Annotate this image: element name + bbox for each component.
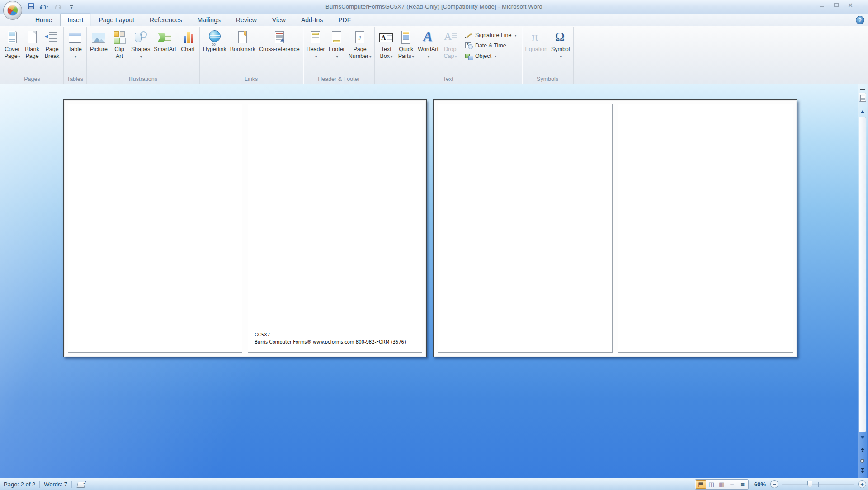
split-handle[interactable] [860,89,865,90]
close-button[interactable]: × [846,2,854,8]
dropdown-arrow-icon: ▾ [428,55,429,59]
scrollbar-thumb[interactable] [859,117,866,432]
page-indicator[interactable]: Page: 2 of 2 [4,481,35,488]
dropdown-arrow-icon: ▾ [336,55,338,59]
ribbon-button-blank-page[interactable]: BlankPage [22,28,42,61]
ribbon-button-label: Picture [90,46,108,53]
card-footer-text: GC5X7 Burris Computer Forms® www.pcforms… [255,331,406,346]
ribbon-group-pages: CoverPage▾BlankPagePageBreakPages [1,27,64,84]
help-button[interactable]: ? [856,16,864,24]
tab-view[interactable]: View [265,14,293,26]
ribbon-button-label: Bookmark [230,46,255,53]
ribbon-button-picture[interactable]: Picture [88,28,109,54]
clip-art-icon [111,30,127,45]
undo-button[interactable]: ▾ [40,2,49,10]
vertical-scrollbar[interactable] [858,84,867,478]
ribbon-group-label: Text [375,76,521,82]
ribbon-button-object[interactable]: Object▾ [465,52,517,60]
wordart-icon [420,30,436,45]
minimize-button[interactable] [817,2,826,8]
document-page-panel-2[interactable]: GC5X7 Burris Computer Forms® www.pcforms… [248,104,422,353]
ribbon-group-tables: Table▾Tables [64,27,87,84]
restore-button[interactable] [832,2,840,8]
ribbon-button-label: CoverPage▾ [4,46,20,60]
zoom-in-button[interactable]: + [858,480,866,488]
ruler-toggle-button[interactable] [859,93,866,102]
ribbon-button-signature-line[interactable]: Signature Line▾ [465,32,517,39]
redo-icon [55,5,61,9]
zoom-slider-thumb[interactable] [807,481,812,488]
zoom-level[interactable]: 60% [754,481,766,488]
signature-line-icon [465,32,473,39]
ribbon-button-table[interactable]: Table▾ [65,28,85,61]
ribbon-button-cover-page[interactable]: CoverPage▾ [2,28,22,61]
previous-page-button[interactable] [859,446,866,454]
table-icon [67,30,83,45]
tab-page-layout[interactable]: Page Layout [91,14,142,26]
view-button-web-layout[interactable] [717,480,727,489]
ribbon-button-date-time[interactable]: Date & Time [465,42,517,49]
tab-mailings[interactable]: Mailings [190,14,228,26]
object-icon [465,52,473,60]
ribbon-button-shapes[interactable]: Shapes▾ [129,28,152,61]
bookmark-icon [235,30,251,45]
tab-pdf[interactable]: PDF [331,14,358,26]
ribbon-button-text-box[interactable]: TextBox▾ [376,28,396,61]
dropdown-arrow-icon: ▾ [315,55,317,59]
browse-object-icon [860,459,864,463]
document-page-panel-4[interactable] [618,104,793,353]
ribbon-button-page-break[interactable]: PageBreak [42,28,62,61]
dropdown-arrow-icon: ▾ [515,33,517,38]
ribbon-button-wordart[interactable]: WordArt▾ [416,28,440,61]
word-count[interactable]: Words: 7 [44,481,67,488]
office-button[interactable] [3,1,22,20]
drop-cap-icon [442,30,458,45]
ribbon-button-hyperlink[interactable]: Hyperlink [201,28,228,54]
ribbon-button-bookmark[interactable]: Bookmark [228,28,257,54]
view-button-print-layout[interactable] [696,480,706,489]
scroll-down-button[interactable] [859,433,866,441]
ribbon-button-symbol[interactable]: Symbol▾ [549,28,572,61]
ribbon-button-equation: Equation [524,28,549,54]
ribbon-button-smartart[interactable]: SmartArt [152,28,178,54]
ribbon-button-footer[interactable]: Footer▾ [327,28,347,61]
ribbon-group-illustrations: PictureClipArtShapes▾SmartArtChartIllust… [87,27,200,84]
tab-home[interactable]: Home [28,14,59,26]
zoom-out-button[interactable]: − [770,480,778,488]
tab-review[interactable]: Review [229,14,264,26]
restore-icon [834,3,839,7]
pcforms-link[interactable]: www.pcforms.com [313,339,354,344]
zoom-slider[interactable] [782,484,854,485]
save-icon [28,3,34,9]
ribbon-button-label: Date & Time [475,42,506,49]
dropdown-arrow-icon: ▾ [412,55,414,59]
save-button[interactable] [26,2,35,10]
tab-insert[interactable]: Insert [60,14,90,26]
scroll-up-button[interactable] [859,108,866,116]
view-button-outline[interactable] [727,480,737,489]
ribbon-button-page-number[interactable]: PageNumber▾ [347,28,373,61]
ribbon-button-label: Footer▾ [329,46,345,60]
ribbon-button-label: Shapes▾ [131,46,150,60]
view-button-full-screen-reading[interactable] [706,480,717,489]
picture-icon [90,30,107,45]
view-button-draft[interactable] [737,480,748,489]
proofing-status-icon[interactable] [77,481,87,488]
document-page-panel-3[interactable] [438,104,613,353]
ribbon-group-links: HyperlinkBookmarkCross-referenceLinks [200,27,303,84]
ribbon-button-chart[interactable]: Chart [178,28,198,54]
next-page-button[interactable] [859,466,866,475]
customize-qat-button[interactable]: ▾ [67,2,76,10]
cross-reference-icon [271,30,288,45]
tab-add-ins[interactable]: Add-Ins [294,14,330,26]
quick-parts-icon [398,30,414,45]
header-icon [307,30,324,45]
tab-references[interactable]: References [142,14,189,26]
select-browse-object-button[interactable] [859,457,866,465]
ribbon-button-quick-parts[interactable]: QuickParts▾ [396,28,416,61]
ribbon-button-header[interactable]: Header▾ [305,28,327,61]
office-orb-gloss [6,3,20,9]
ribbon-button-clip-art[interactable]: ClipArt [109,28,129,61]
document-page-panel-1[interactable] [68,104,242,353]
ribbon-button-cross-reference[interactable]: Cross-reference [257,28,302,54]
